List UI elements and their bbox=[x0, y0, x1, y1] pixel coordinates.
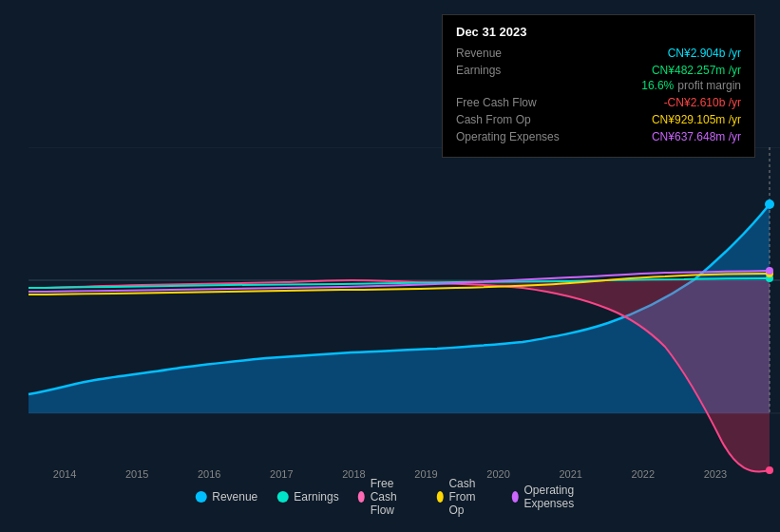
x-label-2023: 2023 bbox=[704, 468, 727, 480]
fcf-label: Free Cash Flow bbox=[456, 96, 570, 109]
opex-label: Operating Expenses bbox=[456, 130, 570, 143]
svg-point-6 bbox=[765, 200, 774, 209]
x-label-2022: 2022 bbox=[632, 468, 655, 480]
legend-item-cashop[interactable]: Cash From Op bbox=[436, 477, 492, 517]
earnings-value: CN¥482.257m /yr bbox=[652, 64, 741, 77]
tooltip-row-cashop: Cash From Op CN¥929.105m /yr bbox=[456, 113, 741, 126]
legend-label-revenue: Revenue bbox=[212, 490, 257, 504]
tooltip-date: Dec 31 2023 bbox=[456, 25, 741, 39]
cashop-value: CN¥929.105m /yr bbox=[652, 113, 741, 126]
cashop-label: Cash From Op bbox=[456, 113, 570, 126]
legend-dot-fcf bbox=[358, 491, 365, 503]
legend-dot-opex bbox=[511, 491, 518, 503]
fcf-value: -CN¥2.610b /yr bbox=[664, 96, 741, 109]
x-label-2014: 2014 bbox=[53, 468, 76, 480]
legend-item-fcf[interactable]: Free Cash Flow bbox=[358, 477, 418, 517]
opex-value: CN¥637.648m /yr bbox=[652, 130, 741, 143]
legend-item-opex[interactable]: Operating Expenses bbox=[511, 484, 584, 510]
tooltip-profit-margin: 16.6% profit margin bbox=[456, 79, 741, 92]
tooltip-row-earnings: Earnings CN¥482.257m /yr bbox=[456, 64, 741, 77]
revenue-value: CN¥2.904b /yr bbox=[668, 47, 741, 60]
legend-label-opex: Operating Expenses bbox=[523, 484, 584, 510]
legend-dot-earnings bbox=[276, 491, 288, 503]
chart-legend: Revenue Earnings Free Cash Flow Cash Fro… bbox=[195, 477, 585, 517]
legend-label-cashop: Cash From Op bbox=[448, 477, 492, 517]
profit-pct: 16.6% bbox=[641, 79, 674, 92]
legend-label-earnings: Earnings bbox=[294, 490, 338, 504]
tooltip-row-fcf: Free Cash Flow -CN¥2.610b /yr bbox=[456, 96, 741, 109]
svg-point-10 bbox=[766, 267, 773, 275]
revenue-label: Revenue bbox=[456, 47, 570, 60]
tooltip: Dec 31 2023 Revenue CN¥2.904b /yr Earnin… bbox=[442, 14, 755, 158]
x-label-2015: 2015 bbox=[125, 468, 148, 480]
chart-container: Dec 31 2023 Revenue CN¥2.904b /yr Earnin… bbox=[0, 0, 780, 532]
legend-item-revenue[interactable]: Revenue bbox=[195, 490, 257, 504]
earnings-label: Earnings bbox=[456, 64, 570, 77]
chart-svg bbox=[0, 147, 780, 475]
legend-dot-cashop bbox=[436, 491, 443, 503]
legend-dot-revenue bbox=[195, 491, 206, 503]
legend-label-fcf: Free Cash Flow bbox=[371, 477, 418, 517]
tooltip-row-revenue: Revenue CN¥2.904b /yr bbox=[456, 47, 741, 60]
legend-item-earnings[interactable]: Earnings bbox=[276, 490, 338, 504]
tooltip-row-opex: Operating Expenses CN¥637.648m /yr bbox=[456, 130, 741, 143]
profit-label: profit margin bbox=[677, 79, 741, 92]
